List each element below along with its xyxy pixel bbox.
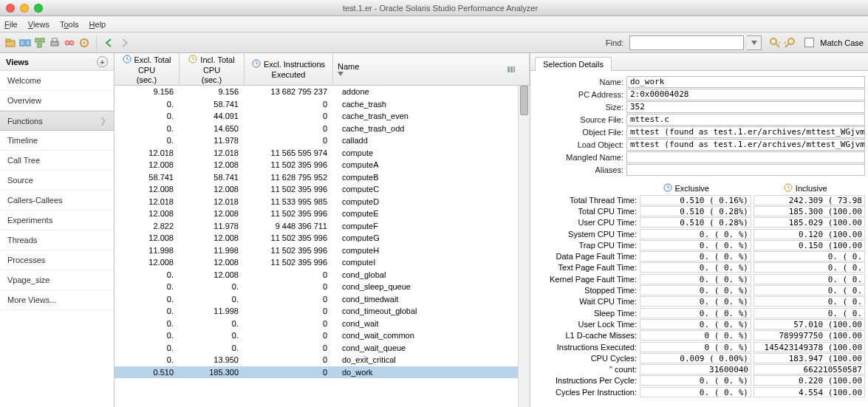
label-load-object: Load Object: [533,140,626,149]
sidebar-item-more-views-[interactable]: More Views... [0,290,114,310]
metric-exclusive: 0.009 ( 0.00%) [640,353,751,363]
sidebar-item-callers-callees[interactable]: Callers-Callees [0,191,114,211]
column-config-icon[interactable] [506,53,516,86]
scrollbar-thumb[interactable] [520,86,528,115]
forward-icon[interactable] [119,37,131,49]
cell-excl-instr: 0 [245,282,333,291]
add-view-icon[interactable]: + [97,56,108,67]
cell-excl-instr: 0 [245,124,333,133]
menu-tools[interactable]: Tools [60,20,79,29]
table-row[interactable]: 0.0.0cond_wait [115,318,530,330]
table-scrollbar[interactable] [518,86,530,407]
metric-exclusive: 0. ( 0. %) [640,387,751,397]
table-row[interactable]: 12.01812.01811 565 595 974compute [115,147,530,160]
sort-indicator-icon [338,72,344,76]
metric-exclusive: 0. ( 0. %) [640,319,751,329]
tab-selection-details[interactable]: Selection Details [535,57,612,71]
metric-label: Instructions Per Cycle: [533,376,640,385]
col-incl-total-cpu[interactable]: Incl. Total CPU(sec.) [180,53,245,85]
table-row[interactable]: 0.58.7410cache_trash [115,98,530,111]
table-row[interactable]: 58.74158.74111 628 795 952computeB [115,171,530,184]
sidebar-item-overview[interactable]: Overview [0,91,114,111]
cell-name: compute [333,148,530,157]
table-row[interactable]: 0.11.9980cond_timeout_global [115,305,530,318]
table-row[interactable]: 12.01812.01811 533 995 985computeD [115,196,530,208]
table-row[interactable]: 2.82211.9789 448 396 711computeF [115,220,530,233]
table-row[interactable]: 0.14.6500cache_trash_odd [115,123,530,135]
menu-help[interactable]: Help [89,20,106,29]
label-aliases: Aliases: [533,165,626,174]
menu-views[interactable]: Views [28,20,49,29]
cell-incl-cpu: 12.018 [180,148,245,157]
value-object-file: mttest (found as test.1.er/archives/mtte… [626,126,865,138]
open-experiment-icon[interactable] [4,37,16,49]
match-case-checkbox[interactable] [804,38,814,47]
cell-excl-cpu: 12.008 [115,258,180,267]
table-row[interactable]: 12.00812.00811 502 395 996computeC [115,183,530,196]
print-icon[interactable] [49,37,61,49]
cell-excl-instr: 0 [245,368,333,377]
table-row[interactable]: 12.00812.00811 502 395 996computeG [115,232,530,244]
sidebar-item-functions[interactable]: Functions❯ [0,111,114,131]
metric-exclusive: 0. ( 0. %) [640,308,751,318]
find-label: Find: [606,38,623,47]
table-row[interactable]: 0.0.0cond_timedwait [115,293,530,306]
sidebar-item-experiments[interactable]: Experiments [0,211,114,230]
clock-icon [252,59,261,69]
table-row[interactable]: 0.13.9500do_exit_critical [115,354,530,366]
table-row[interactable]: 12.00812.00811 502 395 996computeI [115,256,530,269]
table-row[interactable]: 0.0.0cond_wait_common [115,329,530,342]
table-row[interactable]: 0.510185.3000do_work [115,366,530,379]
table-row[interactable]: 12.00812.00811 502 395 996computeE [115,208,530,220]
table-row[interactable]: 0.0.0cond_wait_queue [115,342,530,355]
close-icon[interactable] [6,4,15,13]
find-input[interactable] [629,35,744,50]
cell-excl-cpu: 0. [115,282,180,291]
metric-inclusive: 185.029 (100.00 [753,217,865,228]
cell-incl-cpu: 9.156 [180,87,245,96]
aggregate-icon[interactable] [34,37,46,49]
sidebar-item-threads[interactable]: Threads [0,230,114,250]
settings-icon[interactable] [78,37,90,49]
sidebar-item-welcome[interactable]: Welcome [0,71,114,91]
cell-name: computeA [333,160,530,169]
metric-inclusive: 0. ( 0. [753,296,865,307]
metric-row: Instructions Per Cycle:0. ( 0. %)0.220 (… [533,375,865,386]
find-dropdown[interactable] [747,35,762,50]
cell-name: cond_sleep_queue [333,282,530,291]
table-row[interactable]: 9.1569.15613 682 795 237addone [115,86,530,98]
svg-point-10 [69,41,74,45]
back-icon[interactable] [103,37,115,49]
sidebar-item-call-tree[interactable]: Call Tree [0,151,114,171]
metric-inclusive: 662210550587 [753,364,865,374]
minimize-icon[interactable] [20,4,29,13]
table-row[interactable]: 0.44.0910cache_trash_even [115,110,530,123]
cell-excl-cpu: 12.008 [115,209,180,218]
table-row[interactable]: 12.00812.00811 502 395 996computeA [115,159,530,171]
sidebar-item-processes[interactable]: Processes [0,250,114,270]
col-excl-total-cpu[interactable]: Excl. Total CPU(sec.) [115,53,180,85]
table-row[interactable]: 11.99811.99811 502 395 996computeH [115,244,530,257]
table-row[interactable]: 0.0.0cond_sleep_queue [115,281,530,293]
metric-row: Sleep Time:0. ( 0. %)0. ( 0. [533,307,865,318]
compare-icon[interactable] [19,37,31,49]
cell-excl-cpu: 12.018 [115,197,180,206]
col-excl-instructions[interactable]: Excl. Instructions Executed [245,53,333,85]
col-name[interactable]: Name [333,53,530,85]
cell-name: cond_wait_common [333,331,530,340]
menu-file[interactable]: File [4,20,18,29]
sidebar-item-vpage-size[interactable]: Vpage_size [0,270,114,290]
cell-excl-cpu: 9.156 [115,87,180,96]
sidebar-item-source[interactable]: Source [0,171,114,191]
find-prev-icon[interactable] [784,37,796,49]
cell-excl-instr: 9 448 396 711 [245,222,333,230]
metric-label: Cycles Per Instruction: [533,388,640,397]
table-row[interactable]: 0.12.0080cond_global [115,269,530,281]
connect-icon[interactable] [64,37,75,49]
table-row[interactable]: 0.11.9780calladd [115,134,530,147]
cell-excl-instr: 0 [245,270,333,279]
find-next-icon[interactable] [769,37,781,49]
cell-name: computeB [333,173,530,182]
sidebar-item-timeline[interactable]: Timeline [0,131,114,151]
zoom-icon[interactable] [34,4,43,13]
